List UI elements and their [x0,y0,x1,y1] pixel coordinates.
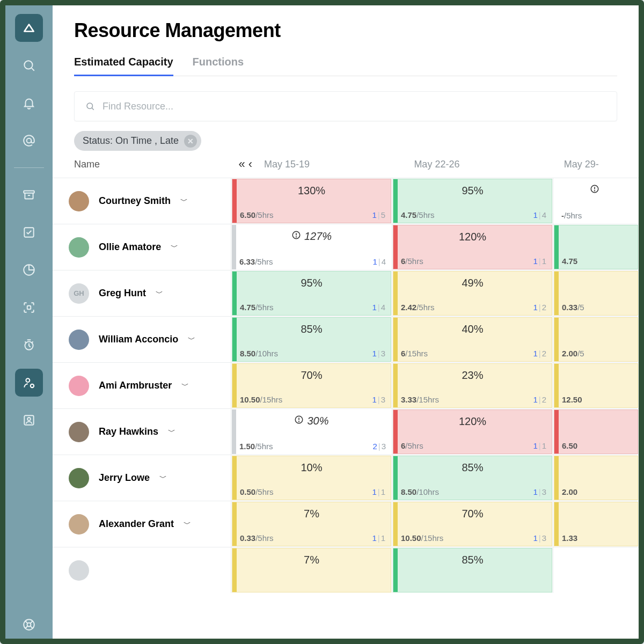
capacity-cell[interactable]: 85%8.50/10hrs1|3 [392,455,553,501]
person-cell[interactable] [53,547,231,593]
chevron-down-icon[interactable]: ﹀ [168,427,175,437]
status-stripe [232,409,236,454]
hours-label: 10.50/15hrs [240,395,282,404]
mention-icon[interactable] [15,127,43,155]
capacity-cell[interactable]: 40%6/15hrs1|2 [392,317,553,362]
person-cell[interactable]: William Acconcio﹀ [53,317,231,362]
app-logo[interactable] [15,14,43,42]
status-stripe [554,272,559,315]
hours-label: 6.33/5hrs [239,257,273,266]
count-label: 2|3 [372,442,386,451]
capacity-cell[interactable]: 127%6.33/5hrs1|4 [231,224,392,270]
archive-icon[interactable] [15,181,43,209]
capacity-cell[interactable]: 70%10.50/15hrs1|3 [231,363,392,408]
chevron-down-icon[interactable]: ﹀ [184,519,191,529]
capacity-cell[interactable]: 4.75 [553,224,639,270]
status-stripe [232,179,237,223]
grid-body: Courtney Smith﹀130%6.50/5hrs1|595%4.75/5… [53,178,639,639]
pager-first-icon[interactable]: « [238,157,245,171]
person-cell[interactable]: Ami Armbruster﹀ [53,363,231,408]
chevron-down-icon[interactable]: ﹀ [181,381,189,391]
capacity-cell[interactable]: -/5hrs [553,178,639,224]
chevron-down-icon[interactable]: ﹀ [156,289,163,298]
status-stripe [232,364,237,407]
count-label: 1|1 [533,441,546,450]
status-stripe [554,225,559,269]
capacity-percent [554,502,638,508]
capacity-percent: 10% [232,456,391,474]
capacity-cell[interactable]: 95%4.75/5hrs1|4 [392,178,553,224]
chevron-down-icon[interactable]: ﹀ [180,196,188,206]
filter-chip-status[interactable]: Status: On Time , Late ✕ [74,131,201,151]
resource-icon[interactable] [15,369,43,397]
capacity-cell[interactable]: 130%6.50/5hrs1|5 [231,178,392,224]
person-cell[interactable]: GHGreg Hunt﹀ [53,270,231,316]
capacity-cell[interactable]: 0.33/5 [553,270,639,316]
capacity-cell[interactable]: 10%0.50/5hrs1|1 [231,455,392,501]
svg-point-2 [27,138,32,143]
capacity-cell[interactable]: 30%1.50/5hrs2|3 [231,409,392,455]
help-icon[interactable] [15,611,43,639]
capacity-cell[interactable]: 1.33 [553,501,639,547]
chevron-down-icon[interactable]: ﹀ [159,473,167,483]
capacity-cell[interactable]: 2.00 [553,455,639,501]
hours-label: 3.33/15hrs [401,395,439,404]
alert-icon [291,230,301,243]
resource-row: Alexander Grant﹀7%0.33/5hrs1|170%10.50/1… [53,501,639,547]
capacity-cell[interactable]: 95%4.75/5hrs1|4 [231,270,392,316]
chart-icon[interactable] [15,256,43,284]
count-label: 1|2 [533,395,546,404]
avatar [69,468,89,488]
grid-header: Name « ‹ May 15-19 May 22-26 May 29- [53,151,639,178]
capacity-cell[interactable]: 7%0.33/5hrs1|1 [231,501,392,547]
count-label: 1|3 [533,533,546,543]
hours-label: 0.33/5hrs [240,533,274,543]
person-cell[interactable]: Ollie Amatore﹀ [53,224,231,270]
person-cell[interactable]: Jerry Lowe﹀ [53,455,231,501]
capacity-cell[interactable]: 120%6/5hrs1|1 [392,409,553,455]
status-stripe [232,318,237,361]
capacity-cell[interactable]: 2.00/5 [553,317,639,362]
capacity-percent: 130% [232,179,391,197]
status-stripe [554,502,559,546]
capacity-cell[interactable]: 49%2.42/5hrs1|2 [392,270,553,316]
capacity-cell[interactable]: 23%3.33/15hrs1|2 [392,363,553,408]
capacity-cell[interactable]: 120%6/5hrs1|1 [392,224,553,270]
resource-row: Jerry Lowe﹀10%0.50/5hrs1|185%8.50/10hrs1… [53,455,639,501]
search-bar[interactable] [74,91,617,121]
tab-functions[interactable]: Functions [193,52,244,76]
svg-point-9 [26,378,30,382]
search-icon[interactable] [15,52,43,79]
capacity-cell[interactable]: 7% [231,547,392,593]
capacity-cell[interactable]: 85% [392,547,553,593]
contacts-icon[interactable] [15,406,43,434]
status-stripe [554,364,559,407]
count-label: 1|5 [372,210,385,219]
svg-line-1 [32,68,34,71]
tab-estimated-capacity[interactable]: Estimated Capacity [74,52,173,76]
bell-icon[interactable] [15,89,43,117]
capacity-percent [554,225,638,231]
capacity-percent [554,456,638,462]
tasks-icon[interactable] [15,218,43,246]
capacity-cell[interactable]: 12.50 [553,363,639,408]
capacity-cell[interactable]: 6.50 [553,409,639,455]
person-cell[interactable]: Alexander Grant﹀ [53,501,231,547]
capacity-cell[interactable]: 70%10.50/15hrs1|3 [392,501,553,547]
chevron-down-icon[interactable]: ﹀ [188,335,195,345]
svg-line-16 [31,621,33,623]
timer-icon[interactable] [15,331,43,359]
close-icon[interactable]: ✕ [184,135,197,148]
capacity-percent: 49% [393,272,552,289]
search-input[interactable] [103,101,606,112]
person-cell[interactable]: Courtney Smith﹀ [53,178,231,224]
capture-icon[interactable] [15,294,43,321]
count-label: 1|3 [372,395,385,404]
count-label: 1|2 [533,303,546,312]
chevron-down-icon[interactable]: ﹀ [171,243,178,252]
count-label: 1|4 [372,303,385,312]
capacity-cell[interactable]: 85%8.50/10hrs1|3 [231,317,392,362]
pager-prev-icon[interactable]: ‹ [248,157,252,171]
person-cell[interactable]: Ray Hawkins﹀ [53,409,231,455]
capacity-cell[interactable] [553,547,639,593]
